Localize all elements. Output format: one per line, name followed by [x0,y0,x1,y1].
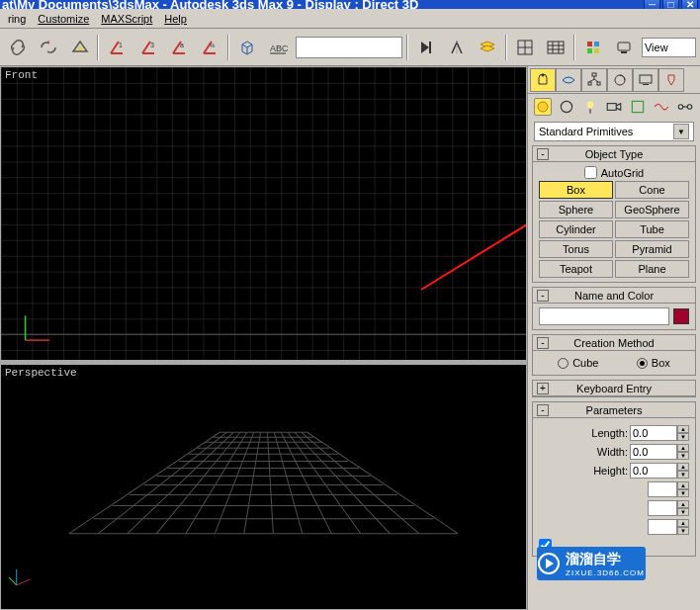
cameras-subtab[interactable] [605,98,623,116]
segs2-spin-down[interactable]: ▼ [677,508,689,516]
plane-button[interactable]: Plane [615,260,689,278]
link-icon[interactable] [4,34,31,61]
modify-tab[interactable] [556,68,581,92]
height-input[interactable] [630,463,677,479]
grid-small-icon[interactable] [511,34,538,61]
tube-button[interactable]: Tube [615,220,689,238]
segs2-input[interactable] [648,500,677,516]
selection-set-dropdown[interactable] [296,37,402,58]
segs1-input[interactable] [648,481,677,497]
shapes-subtab[interactable] [558,98,575,116]
systems-subtab[interactable] [676,98,694,116]
angle-one-icon[interactable]: 1 [103,34,130,61]
height-spin-down[interactable]: ▼ [677,471,689,479]
bind-icon[interactable] [66,34,93,61]
segs3-spin-up[interactable]: ▲ [677,519,689,527]
helpers-subtab[interactable] [629,98,647,116]
lights-subtab[interactable] [581,98,599,116]
box-button[interactable]: Box [539,181,613,199]
maximize-button[interactable]: □ [662,0,679,9]
angle-three-icon[interactable]: 3 [134,34,161,61]
cylinder-button[interactable]: Cylinder [539,220,613,238]
svg-line-57 [17,579,31,585]
object-name-input[interactable] [539,307,669,325]
spacewarps-subtab[interactable] [653,98,670,116]
anglepercent-icon[interactable]: % [197,34,223,61]
torus-button[interactable]: Torus [539,240,613,258]
svg-rect-63 [597,82,600,85]
rollout-header-parameters[interactable]: - Parameters [533,402,695,418]
segs3-spin-down[interactable]: ▼ [677,527,689,535]
width-input[interactable] [630,444,677,460]
cube-radio[interactable]: Cube [558,357,598,369]
svg-rect-24 [1,67,526,360]
display-tab[interactable] [633,68,658,92]
length-spin-up[interactable]: ▲ [677,425,689,433]
box-radio[interactable]: Box [637,357,670,369]
anglea-icon[interactable]: a [165,34,192,61]
view-dropdown[interactable] [642,38,696,57]
menu-help[interactable]: Help [158,11,193,27]
play-icon [538,553,560,574]
motion-tab[interactable] [607,68,633,92]
svg-rect-75 [632,101,643,112]
svg-line-59 [9,577,17,585]
segs1-spin-up[interactable]: ▲ [677,481,689,489]
sphere-button[interactable]: Sphere [539,201,613,218]
rollout-header-creation-method[interactable]: - Creation Method [533,335,695,351]
primitive-category-dropdown[interactable]: Standard Primitives ▼ [534,122,694,141]
svg-point-60 [542,73,545,76]
minimize-button[interactable]: ─ [644,0,660,9]
menu-customize[interactable]: Customize [32,11,95,27]
mirror-icon[interactable] [443,34,470,61]
cone-button[interactable]: Cone [615,181,689,199]
grid-big-icon[interactable] [543,34,569,61]
segs1-spin-down[interactable]: ▼ [677,489,689,497]
close-button[interactable]: ✕ [681,0,698,9]
svg-rect-74 [607,104,616,111]
svg-rect-18 [587,42,592,46]
rollout-header-name-color[interactable]: - Name and Color [533,288,695,304]
rollout-header-object-type[interactable]: - Object Type [533,146,695,162]
menu-maxscript[interactable]: MAXScript [95,11,158,27]
svg-text:a: a [180,42,184,48]
height-spin-up[interactable]: ▲ [677,463,689,471]
svg-point-77 [687,105,692,110]
width-spin-up[interactable]: ▲ [677,444,689,452]
segs3-input[interactable] [648,519,677,535]
segs2-spin-up[interactable]: ▲ [677,500,689,508]
width-spin-down[interactable]: ▼ [677,452,689,460]
pyramid-button[interactable]: Pyramid [615,240,689,258]
svg-rect-20 [587,48,592,53]
length-spin-down[interactable]: ▼ [677,433,689,441]
svg-text:1: 1 [119,42,123,48]
utilities-tab[interactable] [658,68,684,92]
svg-text:%: % [210,43,216,48]
object-color-swatch[interactable] [673,308,689,324]
create-tab[interactable] [530,68,556,92]
viewport-front[interactable]: Front [0,66,527,361]
svg-point-1 [78,46,82,50]
primitive-category-label: Standard Primitives [539,126,633,137]
rollout-header-keyboard-entry[interactable]: + Keyboard Entry [533,381,695,396]
measure-icon[interactable]: ABC [265,34,292,61]
next-key-icon[interactable] [412,34,439,61]
viewport-perspective[interactable]: Perspective [0,361,527,610]
geometry-subtab[interactable] [534,98,552,116]
svg-text:3: 3 [150,42,154,48]
length-input[interactable] [630,425,677,441]
svg-point-71 [561,101,571,112]
menu-bar: ring Customize MAXScript Help [0,9,700,29]
layers-icon[interactable] [475,34,501,61]
plus-icon: + [537,383,549,394]
hierarchy-tab[interactable] [581,68,607,92]
teapot-button[interactable]: Teapot [539,260,613,278]
cube-icon[interactable] [233,34,260,61]
four-dots-icon[interactable] [579,34,606,61]
menu-rendering[interactable]: ring [2,11,32,27]
unlink-icon[interactable] [35,34,61,61]
autogrid-checkbox[interactable] [584,166,597,179]
rollout-object-type: - Object Type AutoGrid Box Cone Sphere G… [532,145,696,283]
schematic-icon[interactable] [611,34,638,61]
geosphere-button[interactable]: GeoSphere [615,201,689,218]
